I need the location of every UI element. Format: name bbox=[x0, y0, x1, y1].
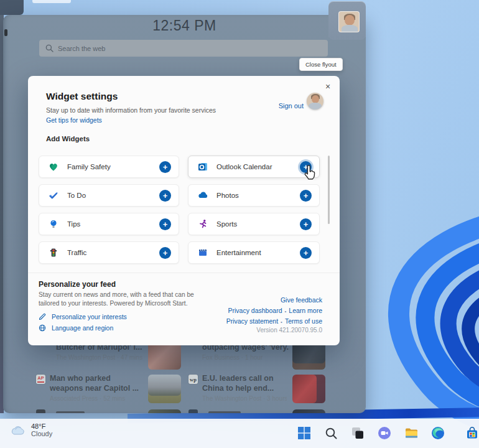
teams-chat-icon bbox=[378, 426, 391, 440]
add-to-do-button[interactable]: + bbox=[159, 190, 171, 202]
add-tips-button[interactable]: + bbox=[159, 218, 171, 230]
pencil-icon bbox=[39, 313, 46, 320]
widget-label: Entertainment bbox=[216, 249, 292, 256]
privacy-dashboard-link[interactable]: Privacy dashboard bbox=[228, 307, 282, 314]
dialog-scrollbar[interactable] bbox=[328, 156, 330, 224]
taskbar-start-button[interactable] bbox=[296, 421, 312, 445]
tips-bulb-icon bbox=[48, 218, 59, 230]
taskbar-search-icon bbox=[325, 427, 338, 440]
family-safety-icon bbox=[48, 161, 59, 172]
close-icon[interactable]: × bbox=[321, 80, 335, 93]
background-window-edge bbox=[32, 0, 71, 3]
widget-tile-traffic[interactable]: Traffic + bbox=[39, 241, 179, 264]
widget-tile-tips[interactable]: Tips + bbox=[39, 213, 179, 235]
windows-start-icon bbox=[297, 426, 311, 440]
privacy-statement-link[interactable]: Privacy statement bbox=[226, 317, 278, 325]
widget-label: Tips bbox=[67, 220, 151, 228]
add-entertainment-button[interactable]: + bbox=[300, 247, 312, 259]
add-family-safety-button[interactable]: + bbox=[159, 161, 171, 173]
sports-runner-icon bbox=[197, 218, 208, 230]
dialog-title: Widget settings bbox=[46, 91, 118, 102]
taskbar-chat-button[interactable] bbox=[376, 421, 393, 445]
weather-temperature: 48°F bbox=[31, 422, 52, 430]
language-region-link[interactable]: Language and region bbox=[39, 324, 113, 332]
personalize-interests-link[interactable]: Personalize your interests bbox=[39, 313, 127, 320]
dialog-subtitle: Stay up to date with information from yo… bbox=[46, 106, 216, 114]
close-flyout-tooltip: Close flyout bbox=[299, 58, 343, 71]
widget-tile-photos[interactable]: Photos + bbox=[188, 184, 320, 207]
widget-label: Traffic bbox=[67, 249, 151, 256]
separator-dot: • bbox=[281, 319, 282, 325]
taskbar-edge-button[interactable] bbox=[430, 421, 446, 445]
file-explorer-icon bbox=[404, 426, 419, 440]
traffic-light-icon bbox=[48, 247, 59, 258]
sign-out-link[interactable]: Sign out bbox=[279, 102, 304, 110]
personalize-body: Stay current on news and more, with a fe… bbox=[39, 291, 197, 309]
taskbar: 48°F Cloudy bbox=[0, 419, 479, 448]
wallpaper-bloom bbox=[352, 132, 479, 434]
taskbar-weather-widget[interactable]: 48°F Cloudy bbox=[10, 422, 52, 437]
give-feedback-link[interactable]: Give feedback bbox=[281, 296, 322, 304]
cloudy-weather-icon bbox=[10, 423, 26, 437]
widget-tile-entertainment[interactable]: Entertainment + bbox=[188, 241, 320, 264]
widget-tile-outlook-calendar[interactable]: Outlook Calendar + bbox=[188, 156, 320, 178]
desktop: 12:54 PM Butcher of Mariupol' l... The W… bbox=[0, 0, 479, 448]
widget-label: Sports bbox=[216, 220, 292, 228]
background-window-corner bbox=[0, 0, 24, 15]
entertainment-clapperboard-icon bbox=[197, 247, 208, 258]
microsoft-store-icon bbox=[465, 426, 479, 440]
taskbar-store-button[interactable] bbox=[464, 421, 479, 445]
separator-dot: • bbox=[284, 309, 286, 314]
edge-icon bbox=[431, 426, 445, 440]
user-avatar[interactable] bbox=[338, 11, 360, 32]
widget-label: Photos bbox=[216, 192, 292, 199]
taskbar-search-button[interactable] bbox=[323, 421, 339, 445]
add-traffic-button[interactable]: + bbox=[159, 247, 171, 259]
account-avatar[interactable] bbox=[307, 93, 323, 110]
get-tips-link[interactable]: Get tips for widgets bbox=[46, 116, 102, 124]
cursor-pointer-icon bbox=[302, 164, 317, 182]
account-flyout[interactable] bbox=[328, 1, 366, 40]
taskbar-task-view-button[interactable] bbox=[350, 421, 366, 445]
widget-settings-dialog: × Widget settings Stay up to date with i… bbox=[28, 76, 340, 345]
add-photos-button[interactable]: + bbox=[300, 190, 312, 202]
widget-tile-family-safety[interactable]: Family Safety + bbox=[39, 156, 179, 178]
learn-more-link[interactable]: Learn more bbox=[289, 307, 322, 314]
to-do-icon bbox=[48, 190, 59, 201]
widget-label: Family Safety bbox=[67, 163, 151, 170]
language-globe-icon bbox=[39, 324, 46, 332]
widget-label: Outlook Calendar bbox=[216, 163, 292, 170]
personalize-heading: Personalize your feed bbox=[39, 280, 116, 289]
widget-tile-to-do[interactable]: To Do + bbox=[39, 184, 179, 207]
photos-cloud-icon bbox=[197, 190, 208, 201]
task-view-icon bbox=[351, 426, 365, 440]
widget-tile-sports[interactable]: Sports + bbox=[188, 213, 320, 235]
version-label: Version 421.20070.95.0 bbox=[256, 327, 322, 334]
weather-condition: Cloudy bbox=[31, 430, 52, 437]
taskbar-file-explorer-button[interactable] bbox=[403, 421, 419, 445]
widget-label: To Do bbox=[67, 192, 151, 199]
background-window-glyph bbox=[4, 29, 7, 36]
dialog-divider bbox=[28, 273, 340, 273]
add-widgets-heading: Add Widgets bbox=[46, 135, 90, 142]
add-sports-button[interactable]: + bbox=[300, 218, 312, 230]
outlook-calendar-icon bbox=[197, 161, 208, 172]
terms-of-use-link[interactable]: Terms of use bbox=[285, 317, 322, 325]
